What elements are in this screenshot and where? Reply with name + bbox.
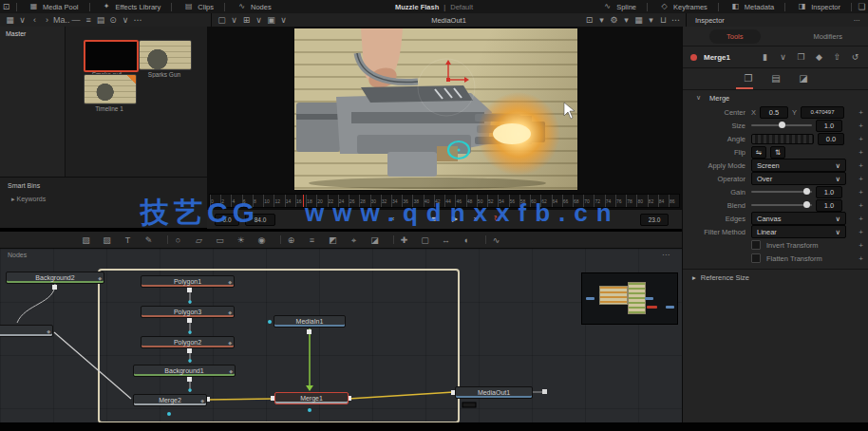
search-icon[interactable]: ⊙ bbox=[107, 14, 120, 26]
flatten-transform-checkbox[interactable] bbox=[751, 253, 761, 263]
keyframe-dot-icon[interactable]: + bbox=[859, 188, 863, 197]
keyframe-dot-icon[interactable]: + bbox=[859, 122, 863, 130]
keyframes-button[interactable]: ◇ Keyframes bbox=[651, 0, 714, 13]
layout-icon[interactable]: ▦ bbox=[632, 14, 645, 26]
background-icon[interactable]: ▧ bbox=[80, 234, 92, 246]
bin-master[interactable]: Master bbox=[0, 27, 65, 41]
flip-vertical-button[interactable]: ⇅ bbox=[770, 146, 785, 159]
keyframe-dot-icon[interactable]: + bbox=[859, 201, 863, 210]
polygon-mask-icon[interactable]: ▱ bbox=[193, 234, 205, 246]
thumbnail-icon[interactable]: ❐ bbox=[795, 51, 807, 63]
image-tab-icon[interactable]: ▤ bbox=[770, 73, 783, 84]
keyframe-dot-icon[interactable]: + bbox=[859, 228, 863, 236]
keyframe-dot-icon[interactable]: + bbox=[859, 108, 863, 117]
options-caret-icon[interactable]: ▾ bbox=[620, 14, 632, 26]
node-unnamed[interactable]: ◆ bbox=[0, 325, 53, 337]
keyframe-dot-icon[interactable]: + bbox=[859, 148, 863, 157]
blend-field[interactable]: 1.0 bbox=[816, 199, 842, 212]
bin-label-icon[interactable]: Ma.. bbox=[53, 14, 70, 26]
zoom-level-icon[interactable]: ▢ bbox=[216, 14, 228, 26]
size-field[interactable]: 1.0 bbox=[816, 120, 842, 132]
loop-icon[interactable]: ↻ bbox=[491, 214, 503, 225]
resize-icon[interactable]: ↔ bbox=[440, 234, 452, 246]
expand-icon[interactable]: ⊔ bbox=[657, 14, 670, 26]
keyframe-dot-icon[interactable]: + bbox=[859, 241, 863, 250]
node-mediaout1[interactable]: MediaOut1 bbox=[455, 386, 533, 399]
angle-thumbwheel[interactable] bbox=[751, 134, 814, 144]
metadata-button[interactable]: ◧ Metadata bbox=[723, 0, 781, 13]
merge-icon[interactable]: ⊕ bbox=[285, 234, 297, 246]
delta-keyer-icon[interactable]: ◩ bbox=[327, 234, 339, 246]
channel-icon[interactable]: ⊡ bbox=[583, 14, 595, 26]
keyframe-dot-icon[interactable]: + bbox=[859, 254, 863, 263]
graph-navigator[interactable] bbox=[581, 272, 678, 325]
keyframe-dot-icon[interactable]: + bbox=[859, 175, 863, 183]
effects-library-button[interactable]: ✦ Effects Library bbox=[94, 0, 168, 13]
back-icon[interactable]: ‹ bbox=[28, 14, 41, 26]
node-merge1[interactable]: Merge1 bbox=[274, 392, 349, 404]
node-polygon3[interactable]: Polygon3◆ bbox=[141, 306, 235, 318]
timecode-current[interactable]: 84.0 bbox=[245, 214, 275, 226]
media-pool-button[interactable]: ▦ Media Pool bbox=[21, 0, 85, 13]
rectangle-mask-icon[interactable]: ▭ bbox=[214, 234, 226, 246]
controls-tab-icon[interactable]: ❐ bbox=[743, 73, 755, 84]
operator-select[interactable]: Over ∨ bbox=[751, 172, 846, 185]
apply-mode-select[interactable]: Screen ∨ bbox=[751, 159, 846, 172]
last-frame-icon[interactable]: » bbox=[470, 214, 482, 225]
tab-modifiers[interactable]: Modifiers bbox=[814, 32, 842, 41]
transform-icon[interactable]: ✚ bbox=[398, 234, 410, 246]
fast-noise-icon[interactable]: ▨ bbox=[101, 234, 113, 246]
nodes-panel-more-icon[interactable]: ⋯ bbox=[662, 251, 670, 259]
node-background1[interactable]: Background1◆ bbox=[133, 365, 236, 377]
color-corrector-icon[interactable]: ☀ bbox=[235, 234, 247, 246]
list-view-icon[interactable]: ▤ bbox=[95, 14, 107, 26]
gain-slider[interactable] bbox=[751, 191, 812, 193]
keyframe-dot-icon[interactable]: + bbox=[859, 161, 863, 170]
camera-icon[interactable]: ◐ bbox=[461, 234, 473, 246]
node-mediain1[interactable]: MediaIn1 bbox=[274, 315, 346, 328]
inspector-more-icon[interactable]: ⋯ bbox=[854, 16, 861, 25]
keyframe-dot-icon[interactable]: + bbox=[859, 135, 863, 143]
more-icon[interactable]: ⋯ bbox=[132, 14, 144, 26]
window-icon[interactable]: ⊡ bbox=[0, 1, 12, 12]
tab-tools[interactable]: Tools bbox=[709, 29, 761, 44]
clips-button[interactable]: ▤ Clips bbox=[176, 0, 220, 13]
play-icon[interactable]: ▶ bbox=[449, 214, 462, 225]
flip-horizontal-button[interactable]: ⇋ bbox=[751, 146, 766, 159]
caret-icon[interactable]: ∨ bbox=[16, 14, 28, 26]
stop-icon[interactable]: ■ bbox=[428, 214, 441, 225]
crop-icon[interactable]: ▢ bbox=[419, 234, 431, 246]
planar-tracker-icon[interactable]: ⌖ bbox=[348, 234, 360, 246]
share-icon[interactable]: ⇧ bbox=[831, 51, 843, 63]
node-merge2[interactable]: Merge2◆ bbox=[133, 394, 207, 406]
node-background2[interactable]: Background2◆ bbox=[6, 272, 104, 284]
zoom-caret-icon[interactable]: ∨ bbox=[228, 14, 240, 26]
nodes-button[interactable]: ∿ Nodes bbox=[229, 0, 278, 13]
blend-slider[interactable] bbox=[751, 204, 812, 206]
forward-icon[interactable]: › bbox=[41, 14, 53, 26]
version-caret-icon[interactable]: ∨ bbox=[777, 51, 789, 63]
keyframe-icon[interactable]: ◆ bbox=[813, 51, 825, 63]
options-icon[interactable]: ⚙ bbox=[608, 14, 620, 26]
timecode-start[interactable]: 0.0 bbox=[215, 214, 239, 226]
spline-button[interactable]: ∿ Spline bbox=[594, 0, 643, 13]
clip-thumbnail-sparks-gun[interactable] bbox=[139, 40, 192, 70]
keyframe-dot-icon[interactable]: + bbox=[859, 215, 863, 223]
gallery-view-icon[interactable]: ▣ bbox=[265, 14, 277, 26]
zoom-slider-icon[interactable]: — bbox=[70, 14, 83, 26]
inspector-button[interactable]: ◨ Inspector bbox=[789, 0, 847, 13]
node-polygon2[interactable]: Polygon2◆ bbox=[141, 336, 235, 348]
highlight-icon[interactable]: ◪ bbox=[368, 234, 381, 246]
playhead[interactable] bbox=[303, 195, 304, 207]
timeline-ruler[interactable]: 0246810121416182022242628303234363840424… bbox=[209, 194, 680, 208]
step-back-icon[interactable]: ‹ bbox=[407, 214, 420, 225]
gain-field[interactable]: 1.0 bbox=[816, 186, 842, 198]
search-caret-icon[interactable]: ∨ bbox=[120, 14, 132, 26]
viewer-image[interactable] bbox=[294, 28, 577, 190]
more-icon[interactable]: ⋯ bbox=[670, 14, 682, 26]
blur-icon[interactable]: ◉ bbox=[255, 234, 268, 246]
layers-icon[interactable]: ≡ bbox=[306, 234, 318, 246]
spline-icon[interactable]: ∿ bbox=[490, 234, 502, 246]
node-enable-toggle[interactable] bbox=[690, 54, 697, 61]
split-caret-icon[interactable]: ∨ bbox=[253, 14, 265, 26]
